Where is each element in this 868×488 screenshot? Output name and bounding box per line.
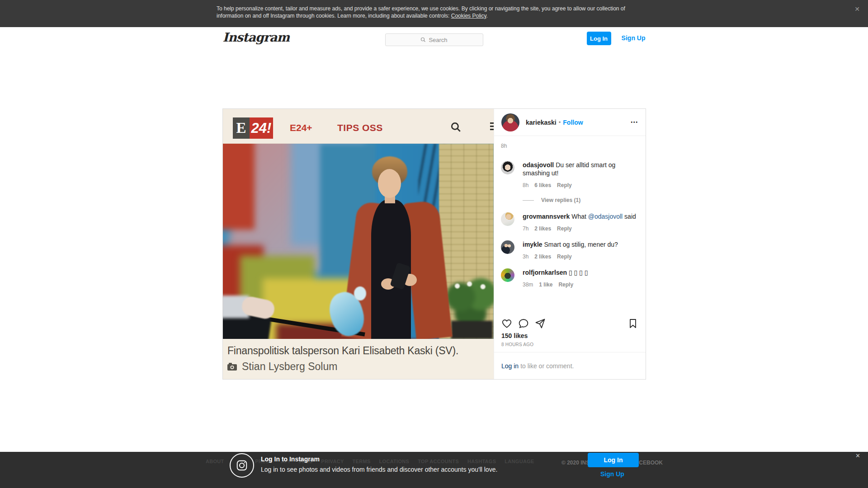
view-replies-label: View replies (1) — [541, 197, 580, 203]
comment-likes[interactable]: 2 likes — [534, 225, 551, 233]
cookie-close-icon[interactable]: ✕ — [854, 5, 860, 13]
article-caption: Finanspolitisk talsperson Kari Elisabeth… — [227, 345, 488, 357]
comment-reply-button[interactable]: Reply — [557, 225, 572, 233]
author-avatar[interactable] — [501, 113, 519, 131]
post-actions: 150 likes 8 HOURS AGO — [494, 313, 646, 352]
footer-signup-link[interactable]: Sign Up — [600, 470, 624, 478]
e24-top-strip — [223, 109, 494, 113]
commenter-username[interactable]: rolfjornkarlsen — [523, 269, 567, 276]
comment-reply-button[interactable]: Reply — [557, 181, 572, 189]
author-username[interactable]: kariekaski — [526, 119, 557, 126]
footer-link-terms[interactable]: TERMS — [353, 459, 371, 464]
commenter-avatar[interactable] — [501, 240, 514, 254]
article-photo — [223, 144, 494, 339]
comment-reply-button[interactable]: Reply — [558, 281, 573, 289]
commenter-avatar[interactable] — [501, 212, 514, 226]
view-replies-line — [523, 200, 534, 201]
footer-links: ABOUT HELP PRESS API JOBS PRIVACY TERMS … — [206, 459, 534, 464]
e24-logo-e-block: E — [233, 117, 250, 139]
search-icon — [420, 37, 426, 42]
footer-close-icon[interactable]: ✕ — [855, 452, 860, 459]
footer-link-privacy[interactable]: PRIVACY — [321, 459, 344, 464]
footer-login-button[interactable]: Log In — [588, 453, 639, 467]
e24-site-header: E 24! E24+ TIPS OSS — [223, 113, 494, 144]
cookie-text-period: . — [486, 13, 488, 19]
e24-menu-icon — [490, 122, 494, 132]
post-timestamp: 8 HOURS AGO — [501, 342, 638, 347]
e24-nav-plus: E24+ — [290, 122, 312, 133]
commenter-avatar[interactable] — [501, 268, 514, 282]
site-footer: ABOUT HELP PRESS API JOBS PRIVACY TERMS … — [0, 452, 868, 488]
login-prompt-text: to like or comment. — [520, 362, 574, 370]
view-replies-button[interactable]: View replies (1) — [523, 197, 639, 203]
comment-text: said — [623, 213, 636, 220]
header-login-button[interactable]: Log In — [587, 32, 611, 45]
comment-text: What — [571, 213, 588, 220]
footer-link-language[interactable]: LANGUAGE — [505, 459, 534, 464]
more-options-icon[interactable]: ••• — [631, 120, 638, 125]
comment-timestamp: 38m — [523, 281, 533, 289]
commenter-username[interactable]: imykle — [523, 241, 542, 248]
instagram-glyph-icon — [230, 453, 254, 478]
footer-link-hashtags[interactable]: HASHTAGS — [467, 459, 496, 464]
comment-timestamp: 7h — [523, 225, 528, 233]
commenter-username[interactable]: odasjovoll — [523, 161, 554, 169]
login-banner-title: Log In to Instagram — [261, 455, 320, 463]
follow-button[interactable]: Follow — [563, 119, 583, 126]
like-heart-icon[interactable] — [501, 318, 512, 329]
comment-likes[interactable]: 6 likes — [534, 181, 551, 189]
camera-icon — [227, 363, 237, 371]
e24-search-icon — [450, 121, 462, 135]
comment-timestamp: 8h — [523, 181, 528, 189]
login-link[interactable]: Log in — [501, 362, 519, 370]
e24-nav-tips: TIPS OSS — [337, 122, 383, 133]
comment-row: odasjovoll Du ser alltid smart og smashi… — [501, 161, 639, 189]
cookies-policy-link[interactable]: Cookies Policy — [451, 13, 486, 19]
comment-likes[interactable]: 2 likes — [534, 253, 551, 261]
top-navbar: Instagram Search Log In Sign Up — [0, 27, 868, 52]
comment-row: imykle Smart og stilig, mener du? 3h 2 l… — [501, 240, 639, 261]
comment-bubble-icon[interactable] — [518, 318, 529, 329]
e24-logo: E 24! — [233, 117, 273, 139]
footer-link-locations[interactable]: LOCATIONS — [379, 459, 410, 464]
article-caption-area: Finanspolitisk talsperson Kari Elisabeth… — [223, 339, 494, 379]
comment-row: rolfjornkarlsen ▯ ▯ ▯ ▯ 38m 1 like Reply — [501, 268, 639, 289]
navbar-inner: Instagram Search Log In Sign Up — [223, 27, 646, 52]
search-input[interactable]: Search — [385, 33, 483, 46]
post-card: E 24! E24+ TIPS OSS Finanspolitisk talsp… — [222, 108, 646, 380]
footer-link-top-accounts[interactable]: TOP ACCOUNTS — [418, 459, 459, 464]
comment-text: Smart og stilig, mener du? — [544, 241, 618, 248]
cookie-banner: To help personalize content, tailor and … — [0, 0, 868, 27]
header-signup-link[interactable]: Sign Up — [622, 34, 646, 42]
post-image: E 24! E24+ TIPS OSS Finanspolitisk talsp… — [223, 109, 494, 379]
comment-timestamp: 3h — [523, 253, 528, 261]
commenter-username[interactable]: grovmannsverk — [523, 213, 570, 220]
comment-row: grovmannsverk What @odasjovoll said 7h 2… — [501, 212, 639, 233]
cookie-text: To help personalize content, tailor and … — [217, 5, 625, 19]
post-sidebar: kariekaski • Follow ••• 8h odasjovoll Du… — [494, 109, 646, 379]
commenter-avatar[interactable] — [501, 161, 514, 174]
login-banner-subtitle: Log in to see photos and videos from fri… — [261, 466, 497, 473]
caption-timestamp: 8h — [501, 143, 639, 149]
header-dot-separator: • — [559, 119, 561, 126]
footer-link-about[interactable]: ABOUT — [206, 459, 224, 464]
comment-reply-button[interactable]: Reply — [557, 253, 572, 261]
like-count[interactable]: 150 likes — [501, 332, 638, 339]
comment-text: ▯ ▯ ▯ ▯ — [569, 269, 588, 276]
photo-credit: Stian Lysberg Solum — [242, 361, 337, 373]
instagram-wordmark-logo[interactable]: Instagram — [223, 30, 290, 44]
search-placeholder: Search — [429, 37, 447, 43]
cookie-banner-text: To help personalize content, tailor and … — [217, 5, 645, 19]
comments-section: 8h odasjovoll Du ser alltid smart og sma… — [494, 136, 646, 313]
login-to-comment-bar: Log in to like or comment. — [494, 352, 646, 379]
post-header: kariekaski • Follow ••• — [494, 109, 646, 136]
mention-link[interactable]: @odasjovoll — [588, 213, 623, 220]
comment-likes[interactable]: 1 like — [539, 281, 552, 289]
share-plane-icon[interactable] — [535, 318, 546, 329]
bookmark-icon[interactable] — [627, 318, 638, 329]
e24-logo-24-block: 24! — [250, 117, 273, 139]
